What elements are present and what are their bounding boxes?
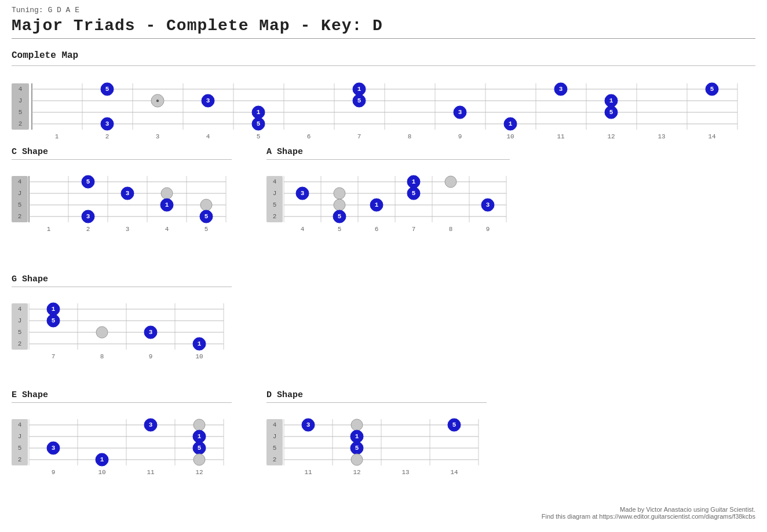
svg-point-93 [200, 199, 212, 211]
d-shape-block: D Shape 4 J 5 2 11 12 13 14 3 [266, 390, 487, 483]
g-shape-block: G Shape 4 J 5 2 7 8 9 10 1 [12, 274, 232, 367]
svg-text:2: 2 [86, 226, 90, 233]
svg-text:12: 12 [607, 133, 615, 140]
svg-text:8: 8 [100, 353, 104, 360]
svg-text:1: 1 [55, 133, 59, 140]
d-shape-board: 4 J 5 2 11 12 13 14 3 5 [266, 408, 487, 483]
d-shape-title: D Shape [266, 390, 487, 400]
svg-text:J: J [19, 97, 23, 104]
svg-text:8: 8 [449, 226, 453, 233]
svg-text:3: 3 [126, 190, 130, 197]
svg-text:6: 6 [307, 133, 311, 140]
svg-text:1: 1 [257, 109, 261, 116]
svg-text:9: 9 [149, 353, 153, 360]
svg-text:3: 3 [306, 421, 311, 428]
svg-text:5: 5 [198, 445, 202, 452]
svg-text:5: 5 [18, 329, 22, 336]
svg-point-123 [334, 199, 345, 211]
svg-text:2: 2 [18, 213, 22, 220]
c-shape-title: C Shape [12, 147, 232, 157]
svg-text:1: 1 [355, 433, 359, 440]
svg-text:4: 4 [273, 178, 277, 185]
svg-text:5: 5 [452, 421, 456, 428]
svg-text:3: 3 [105, 120, 109, 127]
svg-text:3: 3 [126, 226, 130, 233]
svg-text:12: 12 [195, 469, 203, 476]
svg-point-157 [96, 326, 108, 338]
e-shape-board: 4 J 5 2 9 10 11 12 3 1 [12, 408, 232, 483]
shapes-row-1: C Shape 4 J 5 2 1 2 3 4 5 [12, 147, 755, 367]
svg-text:4: 4 [18, 421, 22, 428]
svg-text:3: 3 [156, 133, 160, 140]
svg-text:5: 5 [412, 190, 416, 197]
svg-text:5: 5 [52, 317, 56, 324]
svg-point-134 [445, 176, 456, 188]
svg-text:1: 1 [375, 201, 379, 208]
svg-text:11: 11 [304, 469, 312, 476]
svg-text:2: 2 [273, 456, 277, 463]
svg-text:11: 11 [557, 133, 565, 140]
svg-text:3: 3 [86, 213, 90, 220]
svg-text:5: 5 [105, 86, 109, 93]
svg-text:6: 6 [375, 226, 379, 233]
svg-point-219 [351, 454, 363, 465]
svg-text:3: 3 [149, 421, 153, 428]
svg-text:4: 4 [206, 133, 210, 140]
svg-text:5: 5 [710, 86, 714, 93]
svg-text:13: 13 [401, 469, 409, 476]
svg-text:10: 10 [98, 469, 105, 476]
svg-text:5: 5 [257, 133, 261, 140]
svg-text:5: 5 [18, 201, 22, 208]
svg-text:3: 3 [458, 109, 462, 116]
svg-text:2: 2 [19, 120, 23, 127]
svg-text:3: 3 [149, 329, 153, 336]
svg-text:8: 8 [408, 133, 412, 140]
svg-text:7: 7 [52, 353, 56, 360]
complete-map-title: Complete Map [12, 50, 755, 61]
footer: Made by Victor Anastacio using Guitar Sc… [12, 506, 755, 520]
svg-text:1: 1 [509, 120, 513, 127]
svg-text:1: 1 [165, 201, 169, 208]
svg-text:5: 5 [273, 201, 277, 208]
svg-text:J: J [273, 190, 277, 197]
svg-text:3: 3 [52, 445, 56, 452]
svg-text:1: 1 [100, 456, 104, 463]
svg-point-182 [193, 419, 205, 431]
svg-text:10: 10 [195, 353, 203, 360]
svg-text:4: 4 [19, 86, 23, 93]
svg-text:7: 7 [412, 226, 416, 233]
svg-text:4: 4 [18, 306, 22, 313]
svg-text:1: 1 [412, 178, 416, 185]
svg-text:5: 5 [19, 109, 23, 116]
svg-text:9: 9 [486, 226, 490, 233]
svg-text:14: 14 [450, 469, 458, 476]
g-shape-hr [12, 287, 232, 287]
svg-text:J: J [18, 317, 22, 324]
svg-text:J: J [18, 190, 22, 197]
svg-text:5: 5 [357, 97, 361, 104]
svg-text:9: 9 [52, 469, 56, 476]
svg-text:12: 12 [353, 469, 360, 476]
c-shape-hr [12, 159, 232, 160]
svg-text:11: 11 [147, 469, 155, 476]
g-shape-title: G Shape [12, 274, 232, 284]
a-shape-hr [266, 159, 510, 160]
tuning-label: Tuning: G D A E [12, 6, 755, 14]
svg-text:2: 2 [18, 340, 22, 347]
svg-text:7: 7 [357, 133, 361, 140]
svg-text:●: ● [156, 98, 159, 104]
svg-text:1: 1 [52, 306, 56, 313]
svg-text:3: 3 [206, 97, 210, 104]
svg-text:10: 10 [506, 133, 514, 140]
svg-text:5: 5 [204, 213, 209, 220]
svg-text:2: 2 [18, 456, 22, 463]
svg-text:3: 3 [486, 201, 490, 208]
svg-text:2: 2 [105, 133, 109, 140]
svg-text:3: 3 [559, 86, 563, 93]
svg-text:5: 5 [204, 226, 209, 233]
svg-point-191 [193, 454, 205, 465]
svg-text:1: 1 [609, 97, 613, 104]
svg-text:5: 5 [355, 445, 359, 452]
g-shape-board: 4 J 5 2 7 8 9 10 1 5 [12, 292, 232, 367]
svg-text:4: 4 [165, 226, 169, 233]
